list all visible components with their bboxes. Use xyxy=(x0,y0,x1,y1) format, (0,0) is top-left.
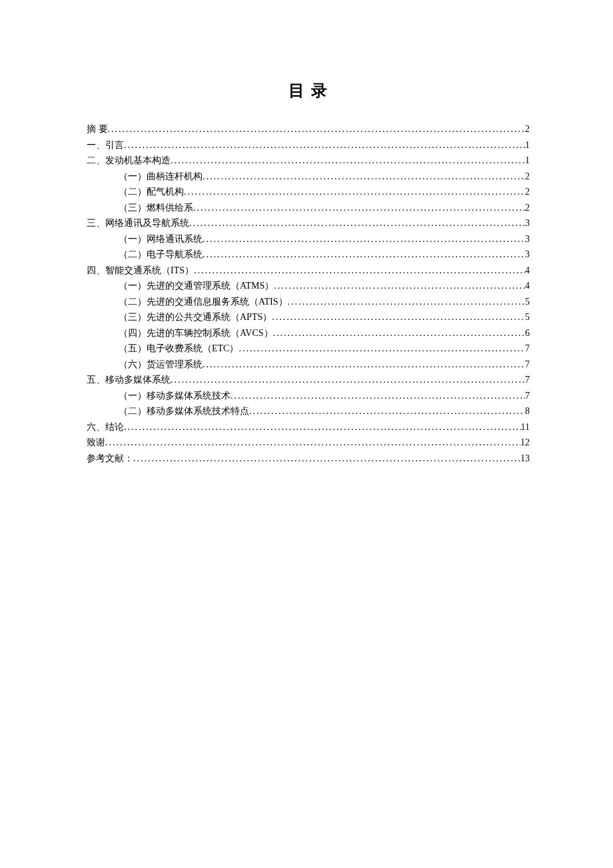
toc-leader-dots xyxy=(171,375,525,385)
toc-entry: 五、移动多媒体系统7 xyxy=(87,375,530,385)
toc-leader-dots xyxy=(203,235,525,244)
toc-entry: （二）先进的交通信息服务系统（ATIS）5 xyxy=(87,297,530,307)
toc-leader-dots xyxy=(288,297,525,307)
toc-leader-dots xyxy=(272,313,525,322)
toc-entry-label: 摘 要 xyxy=(87,125,108,134)
toc-leader-dots xyxy=(124,141,525,150)
toc-title: 目 录 xyxy=(87,80,530,101)
toc-entry-page: 4 xyxy=(525,266,530,275)
toc-entry-page: 13 xyxy=(520,454,530,463)
toc-leader-dots xyxy=(203,360,525,369)
toc-entry: （四）先进的车辆控制系统（AVCS）6 xyxy=(87,329,530,338)
toc-entry-label: （六）货运管理系统 xyxy=(119,360,203,369)
toc-leader-dots xyxy=(239,344,525,353)
toc-entry: 参考文献：13 xyxy=(87,454,530,463)
toc-entry: （三）先进的公共交通系统（APTS）5 xyxy=(87,313,530,322)
toc-entry: 摘 要2 xyxy=(87,125,530,134)
toc-entry-label: 一、引言 xyxy=(87,141,124,150)
toc-entry: （六）货运管理系统7 xyxy=(87,360,530,369)
toc-entry-label: （一）先进的交通管理系统（ATMS） xyxy=(119,281,274,291)
toc-entry-page: 5 xyxy=(525,297,530,307)
toc-entry: 三、网络通讯及导航系统3 xyxy=(87,219,530,228)
toc-entry: （一）网络通讯系统3 xyxy=(87,235,530,244)
toc-leader-dots xyxy=(108,125,526,134)
toc-entry: 六、结论11 xyxy=(87,423,530,432)
toc-entry: 一、引言1 xyxy=(87,141,530,150)
toc-entry-label: 二、发动机基本构造 xyxy=(87,156,171,165)
table-of-contents: 摘 要2一、引言1二、发动机基本构造1（一）曲柄连杆机构2（二）配气机构2（三）… xyxy=(87,125,530,463)
toc-entry-page: 11 xyxy=(521,423,530,432)
toc-entry-page: 2 xyxy=(525,187,530,197)
toc-entry-label: 四、智能交通系统（ITS） xyxy=(87,266,194,275)
toc-entry-page: 2 xyxy=(525,172,530,181)
toc-entry-page: 2 xyxy=(525,203,530,213)
toc-leader-dots xyxy=(105,438,520,447)
toc-leader-dots xyxy=(194,266,525,275)
toc-entry-page: 1 xyxy=(525,141,530,150)
toc-entry: 四、智能交通系统（ITS）4 xyxy=(87,266,530,275)
toc-entry-page: 12 xyxy=(520,438,530,447)
toc-entry-label: 六、结论 xyxy=(87,423,124,432)
toc-entry-label: （一）移动多媒体系统技术 xyxy=(119,391,231,401)
toc-leader-dots xyxy=(193,203,525,213)
toc-entry-label: 参考文献： xyxy=(87,454,133,463)
toc-entry: （一）先进的交通管理系统（ATMS）4 xyxy=(87,281,530,291)
toc-entry: （三）燃料供给系2 xyxy=(87,203,530,213)
toc-entry-page: 3 xyxy=(525,219,530,228)
toc-entry-page: 7 xyxy=(525,344,530,353)
toc-leader-dots xyxy=(203,172,525,181)
toc-leader-dots xyxy=(171,156,525,165)
toc-leader-dots xyxy=(231,391,525,401)
toc-leader-dots xyxy=(133,454,520,463)
toc-entry-label: （二）电子导航系统 xyxy=(119,250,203,259)
toc-entry-page: 7 xyxy=(525,375,530,385)
toc-entry-page: 2 xyxy=(525,125,530,134)
toc-entry-page: 4 xyxy=(525,281,530,291)
toc-entry-label: 三、网络通讯及导航系统 xyxy=(87,219,189,228)
toc-entry: （二）移动多媒体系统技术特点8 xyxy=(87,407,530,416)
toc-entry-page: 6 xyxy=(525,329,530,338)
toc-leader-dots xyxy=(203,250,525,259)
toc-entry-label: （二）移动多媒体系统技术特点 xyxy=(119,407,249,416)
toc-entry-label: （五）电子收费系统（ETC） xyxy=(119,344,239,353)
toc-entry: 二、发动机基本构造1 xyxy=(87,156,530,165)
toc-entry-label: （四）先进的车辆控制系统（AVCS） xyxy=(119,329,273,338)
toc-leader-dots xyxy=(273,329,525,338)
toc-entry: （二）电子导航系统3 xyxy=(87,250,530,259)
toc-entry-label: （一）曲柄连杆机构 xyxy=(119,172,203,181)
toc-entry: 致谢12 xyxy=(87,438,530,447)
toc-entry: （一）移动多媒体系统技术7 xyxy=(87,391,530,401)
toc-entry-page: 3 xyxy=(525,235,530,244)
toc-leader-dots xyxy=(274,281,525,291)
toc-entry-page: 7 xyxy=(525,391,530,401)
toc-entry-label: 致谢 xyxy=(87,438,105,447)
toc-entry: （五）电子收费系统（ETC）7 xyxy=(87,344,530,353)
toc-entry-label: （三）先进的公共交通系统（APTS） xyxy=(119,313,272,322)
toc-entry-page: 1 xyxy=(525,156,530,165)
toc-entry: （一）曲柄连杆机构2 xyxy=(87,172,530,181)
toc-entry-label: （一）网络通讯系统 xyxy=(119,235,203,244)
toc-entry-label: （二）配气机构 xyxy=(119,187,184,197)
toc-entry-label: 五、移动多媒体系统 xyxy=(87,375,171,385)
toc-leader-dots xyxy=(249,407,525,416)
toc-entry: （二）配气机构2 xyxy=(87,187,530,197)
toc-entry-label: （三）燃料供给系 xyxy=(119,203,193,213)
toc-entry-label: （二）先进的交通信息服务系统（ATIS） xyxy=(119,297,288,307)
toc-leader-dots xyxy=(189,219,525,228)
toc-leader-dots xyxy=(124,423,521,432)
toc-entry-page: 5 xyxy=(525,313,530,322)
toc-entry-page: 7 xyxy=(525,360,530,369)
toc-entry-page: 3 xyxy=(525,250,530,259)
toc-entry-page: 8 xyxy=(525,407,530,416)
toc-leader-dots xyxy=(184,187,525,197)
